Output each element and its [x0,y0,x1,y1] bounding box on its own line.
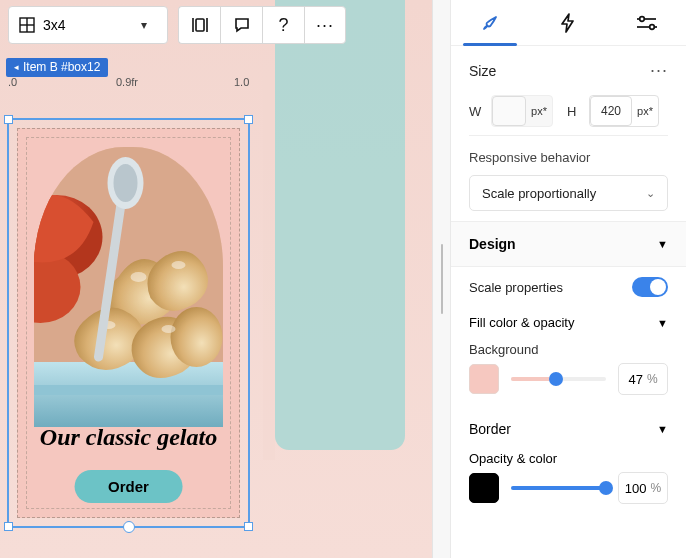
comment-button[interactable] [220,6,262,44]
svg-point-16 [114,164,138,202]
fill-section-header[interactable]: Fill color & opacity ▼ [451,307,686,330]
tab-interactions[interactable] [529,0,607,45]
background-opacity-slider[interactable] [511,377,606,381]
svg-rect-17 [34,385,223,395]
brush-icon [480,13,500,33]
height-input[interactable]: 420 [590,96,632,126]
responsive-select[interactable]: Scale proportionally ⌄ [469,175,668,211]
percent-label: % [647,372,658,386]
border-title: Border [469,421,511,437]
responsive-value: Scale proportionally [482,186,596,201]
svg-rect-3 [196,19,204,31]
size-title: Size [469,63,496,79]
slider-thumb[interactable] [549,372,563,386]
caret-down-icon: ▼ [657,238,668,250]
ruler-tick: .0 [8,76,17,88]
resize-handle-se[interactable] [244,522,253,531]
svg-point-21 [650,24,655,29]
size-section: Size ··· W px* H 420 px* Responsive beha… [451,46,686,221]
tab-design[interactable] [451,0,529,45]
opacity-color-label: Opacity & color [451,443,686,472]
percent-label: % [651,481,662,495]
background-row: 47 % [451,363,686,407]
grid-size-dropdown[interactable]: 3x4 ▾ [8,6,168,44]
svg-point-11 [131,272,147,282]
caret-left-icon: ◂ [14,62,19,72]
caret-down-icon: ▼ [657,423,668,435]
border-color-swatch[interactable] [469,473,499,503]
opacity-row: 100 % [451,472,686,514]
panel-tabs [451,0,686,46]
panel-resize-gutter[interactable] [432,0,450,558]
border-section-header[interactable]: Border ▼ [451,407,686,443]
border-opacity-value: 100 [625,481,647,496]
decorative-shape [275,0,405,450]
width-label: W [469,104,483,119]
more-button[interactable]: ··· [304,6,346,44]
canvas-toolbar: 3x4 ▾ ? ··· [8,6,346,44]
slider-thumb[interactable] [599,481,613,495]
distribute-button[interactable] [178,6,220,44]
grid-icon [19,17,35,33]
sliders-icon [636,15,658,31]
caret-down-icon: ▼ [657,317,668,329]
tab-settings[interactable] [608,0,686,45]
design-title: Design [469,236,516,252]
help-button[interactable]: ? [262,6,304,44]
chevron-down-icon: ▾ [133,18,155,32]
design-section-header[interactable]: Design ▼ [451,221,686,267]
width-input-group[interactable]: px* [491,95,553,127]
background-swatch[interactable] [469,364,499,394]
fill-title: Fill color & opacity [469,315,574,330]
gelato-illustration [34,147,223,427]
resize-handle-sw[interactable] [4,522,13,531]
height-unit[interactable]: px* [632,96,658,126]
responsive-label: Responsive behavior [469,150,668,165]
scale-properties-toggle[interactable] [632,277,668,297]
background-label: Background [451,330,686,363]
svg-point-14 [162,325,176,333]
height-input-group[interactable]: 420 px* [589,95,659,127]
svg-point-12 [172,261,186,269]
card-grid-cell: Our classic gelato Order [17,128,240,518]
width-unit[interactable]: px* [526,96,552,126]
product-image [34,147,223,427]
resize-handle-ne[interactable] [244,115,253,124]
order-button[interactable]: Order [74,470,183,503]
ruler-horizontal: .0 0.9fr 1.0 [6,76,432,98]
selection-tag[interactable]: ◂ Item B #box12 [6,58,108,77]
height-label: H [567,104,581,119]
canvas-area[interactable]: 3x4 ▾ ? ··· ◂ Item B #box12 .0 0.9fr [0,0,432,558]
ruler-tick: 0.9fr [116,76,138,88]
selected-element-frame[interactable]: Our classic gelato Order [7,118,250,528]
size-more-button[interactable]: ··· [650,60,668,81]
border-opacity-slider[interactable] [511,486,606,490]
ruler-tick: 1.0 [234,76,249,88]
resize-handle-bottom[interactable] [123,521,135,533]
resize-handle-nw[interactable] [4,115,13,124]
inspector-panel: Size ··· W px* H 420 px* Responsive beha… [450,0,686,558]
scale-properties-label: Scale properties [469,280,563,295]
scale-properties-row: Scale properties [451,267,686,307]
border-opacity-input[interactable]: 100 % [618,472,668,504]
product-caption: Our classic gelato [18,424,239,451]
svg-point-18 [640,16,645,21]
chevron-down-icon: ⌄ [646,187,655,200]
slider-fill [511,486,606,490]
background-opacity-input[interactable]: 47 % [618,363,668,395]
background-opacity-value: 47 [628,372,642,387]
selection-tag-label: Item B #box12 [23,60,100,74]
grid-label: 3x4 [43,17,66,33]
svg-point-10 [171,307,223,367]
lightning-icon [559,13,577,33]
width-input[interactable] [492,96,526,126]
